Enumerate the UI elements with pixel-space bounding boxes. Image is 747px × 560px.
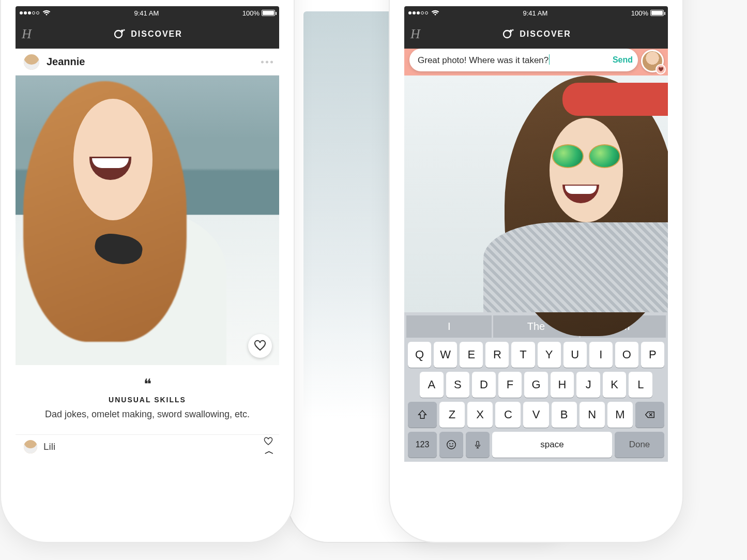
sunglasses-icon (552, 144, 584, 168)
key[interactable]: A (420, 372, 444, 398)
status-time: 9:41 AM (523, 9, 548, 17)
app-header: H DISCOVER (16, 20, 279, 49)
key[interactable]: Y (538, 342, 561, 368)
send-button[interactable]: Send (613, 55, 633, 65)
signal-dots-icon (20, 11, 39, 14)
key[interactable]: M (607, 402, 633, 428)
key[interactable]: P (641, 342, 664, 368)
screen-left: 9:41 AM 100% H DISCOVER Jeannie (16, 6, 279, 464)
wifi-icon (431, 10, 439, 16)
svg-point-5 (449, 443, 450, 444)
keyboard-row-2: A S D F G H J K L (406, 372, 666, 398)
phone-left: 9:41 AM 100% H DISCOVER Jeannie (0, 0, 295, 543)
profile-name: Jeannie (47, 56, 85, 68)
info-card: ❝ UNUSUAL SKILLS Dad jokes, omelet makin… (16, 365, 279, 435)
key[interactable]: B (552, 402, 577, 428)
menu-icon[interactable]: H (22, 26, 32, 42)
status-bar: 9:41 AM 100% (404, 6, 668, 20)
key[interactable]: N (580, 402, 605, 428)
header-title: DISCOVER (520, 29, 571, 39)
wifi-icon (42, 10, 51, 16)
suggestion[interactable]: I (406, 315, 492, 338)
key[interactable]: G (524, 372, 548, 398)
message-input[interactable]: Great photo! Where was it taken? (418, 54, 607, 66)
numbers-key[interactable]: 123 (408, 432, 437, 458)
key[interactable]: V (523, 402, 548, 428)
svg-point-4 (447, 441, 456, 449)
battery-icon (650, 10, 664, 16)
key[interactable]: F (498, 372, 522, 398)
chevron-up-icon[interactable]: ︿ (265, 448, 272, 453)
key[interactable]: C (495, 402, 521, 428)
svg-point-3 (512, 29, 514, 31)
shift-key[interactable] (408, 402, 437, 428)
svg-point-6 (452, 443, 453, 444)
key[interactable]: J (576, 372, 600, 398)
keyboard-row-4: 123 space Done (406, 432, 666, 458)
like-button[interactable] (248, 334, 272, 358)
keyboard-row-1: Q W E R T Y U I O P (406, 342, 666, 368)
keyboard[interactable]: I The I'm Q W E R T Y U I O P A (404, 312, 668, 462)
key[interactable]: S (446, 372, 470, 398)
svg-point-1 (124, 29, 125, 31)
heart-badge-icon (655, 64, 666, 74)
status-bar: 9:41 AM 100% (16, 6, 279, 20)
battery-icon (262, 10, 275, 16)
profile-bar[interactable]: Jeannie (16, 49, 279, 75)
app-logo-icon (501, 27, 514, 41)
dictation-key[interactable] (466, 432, 490, 458)
avatar (23, 439, 38, 455)
app-logo-icon (112, 27, 126, 41)
quote-icon: ❝ (25, 375, 270, 392)
next-profile-row[interactable]: Lili ︿ (16, 435, 279, 459)
key[interactable]: W (434, 342, 457, 368)
key[interactable]: T (511, 342, 535, 368)
info-body: Dad jokes, omelet making, sword swallowi… (25, 409, 270, 420)
sunglasses-icon (589, 144, 620, 168)
key[interactable]: I (589, 342, 613, 368)
key[interactable]: X (467, 402, 493, 428)
signal-dots-icon (408, 11, 428, 14)
space-key[interactable]: space (492, 432, 612, 458)
message-compose[interactable]: Great photo! Where was it taken? Send (409, 49, 638, 71)
more-icon[interactable] (261, 60, 273, 63)
key[interactable]: R (485, 342, 509, 368)
info-heading: UNUSUAL SKILLS (25, 396, 270, 404)
key[interactable]: U (563, 342, 587, 368)
menu-icon[interactable]: H (410, 26, 420, 42)
profile-photo[interactable]: Great photo! Where was it taken? Send (404, 75, 668, 312)
backspace-key[interactable] (635, 402, 664, 428)
status-battery-pct: 100% (631, 9, 648, 17)
emoji-key[interactable] (439, 432, 463, 458)
key[interactable]: Z (439, 402, 465, 428)
svg-rect-7 (477, 441, 479, 446)
status-time: 9:41 AM (134, 9, 159, 17)
key[interactable]: D (472, 372, 496, 398)
avatar (23, 53, 40, 71)
done-key[interactable]: Done (615, 432, 664, 458)
profile-photo[interactable] (16, 75, 279, 365)
header-title: DISCOVER (131, 29, 182, 39)
phone-right: 9:41 AM 100% H DISCOVER Jeannie (389, 0, 683, 543)
key[interactable]: L (629, 372, 652, 398)
key[interactable]: K (603, 372, 627, 398)
key[interactable]: Q (408, 342, 431, 368)
key[interactable]: E (460, 342, 483, 368)
key[interactable]: O (615, 342, 638, 368)
next-profile-name: Lili (43, 441, 55, 452)
screen-right: 9:41 AM 100% H DISCOVER Jeannie (404, 6, 668, 464)
app-header: H DISCOVER (404, 20, 668, 49)
status-battery-pct: 100% (242, 9, 260, 17)
keyboard-row-3: Z X C V B N M (406, 402, 666, 428)
key[interactable]: H (551, 372, 574, 398)
